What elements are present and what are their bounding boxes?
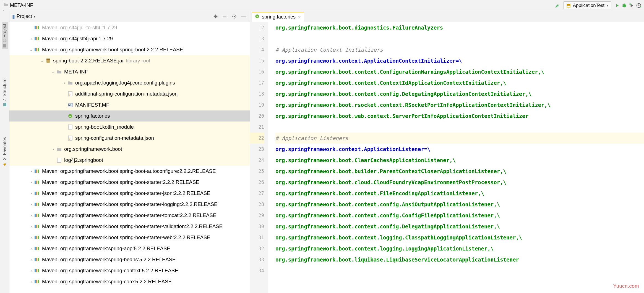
editor-body[interactable]: 1213141516171819202122232425262728293031… — [250, 22, 644, 293]
svg-rect-40 — [38, 225, 39, 228]
tree-node[interactable]: ›Maven: org.slf4j:slf4j-api:1.7.29 — [9, 33, 250, 44]
code-line[interactable]: org.springframework.boot.liquibase.Liqui… — [275, 254, 644, 265]
code-line[interactable]: org.springframework.context.ApplicationC… — [275, 55, 644, 66]
chevron-right-icon[interactable]: › — [29, 169, 34, 173]
tree-node[interactable]: ›Maven: org.springframework:spring-conte… — [9, 265, 250, 276]
svg-rect-45 — [36, 247, 37, 250]
code-line[interactable]: org.springframework.boot.context.config.… — [275, 221, 644, 232]
chevron-down-icon: ▾ — [607, 4, 608, 7]
code-line[interactable]: org.springframework.boot.context.Configu… — [275, 66, 644, 77]
gutter-line: 33 — [250, 254, 264, 265]
breadcrumb-item[interactable]: META-INF — [2, 2, 84, 9]
code-line[interactable]: org.springframework.boot.context.logging… — [275, 232, 644, 243]
gutter-line: 13 — [250, 33, 264, 44]
run-with-coverage-icon[interactable] — [628, 2, 635, 9]
code-line[interactable]: org.springframework.boot.cloud.CloudFoun… — [275, 177, 644, 188]
code-line[interactable]: org.springframework.boot.context.config.… — [275, 88, 644, 99]
svg-rect-42 — [36, 236, 37, 239]
project-tree[interactable]: Maven: org.slf4j:jul-to-slf4j:1.7.29›Mav… — [9, 22, 250, 293]
project-tool-icon — [3, 44, 6, 47]
tool-tab-structure[interactable]: 7: Structure — [2, 77, 8, 108]
tree-node[interactable]: Maven: org.slf4j:jul-to-slf4j:1.7.29 — [9, 22, 250, 33]
tree-node[interactable]: log4j2.springboot — [9, 155, 250, 166]
gutter-line: 32 — [250, 243, 264, 254]
run-anything-icon[interactable] — [635, 2, 642, 9]
tree-node[interactable]: ›org.springframework.boot — [9, 144, 250, 155]
debug-icon[interactable] — [621, 2, 628, 9]
code-line[interactable]: org.springframework.context.ApplicationL… — [275, 144, 644, 155]
file-icon — [56, 157, 62, 163]
chevron-right-icon[interactable]: › — [29, 191, 34, 196]
chevron-right-icon[interactable]: › — [62, 81, 67, 85]
tree-node[interactable]: {}additional-spring-configuration-metada… — [9, 88, 250, 99]
code-line[interactable]: org.springframework.boot.rsocket.context… — [275, 99, 644, 110]
project-view-selector[interactable]: ▮ Project ▾ — [12, 14, 35, 20]
code-line[interactable]: org.springframework.boot.builder.ParentC… — [275, 166, 644, 177]
chevron-right-icon[interactable]: › — [51, 147, 56, 151]
tree-node[interactable]: ⌄spring-boot-2.2.2.RELEASE.jarlibrary ro… — [9, 55, 250, 66]
tool-tab-project[interactable]: 1: Project — [2, 22, 8, 49]
chevron-right-icon[interactable]: › — [29, 202, 34, 207]
code-line[interactable]: org.springframework.boot.diagnostics.Fai… — [275, 22, 644, 33]
code-line[interactable] — [275, 33, 644, 44]
tree-node[interactable]: spring-boot.kotlin_module — [9, 122, 250, 133]
editor-code[interactable]: org.springframework.boot.diagnostics.Fai… — [268, 22, 644, 293]
tree-node[interactable]: ›Maven: org.springframework:spring-aop:5… — [9, 243, 250, 254]
chevron-right-icon[interactable]: › — [29, 246, 34, 251]
tree-node[interactable]: ›Maven: org.springframework.boot:spring-… — [9, 177, 250, 188]
tree-node[interactable]: ›Maven: org.springframework.boot:spring-… — [9, 166, 250, 177]
left-tool-strip: 1: Project 7: Structure ★ 2: Favorites — [0, 11, 9, 293]
code-line[interactable]: org.springframework.boot.context.config.… — [275, 210, 644, 221]
chevron-right-icon[interactable]: › — [29, 180, 34, 184]
chevron-right-icon[interactable]: › — [29, 235, 34, 240]
chevron-right-icon[interactable]: › — [29, 268, 34, 273]
code-line[interactable]: org.springframework.boot.context.Context… — [275, 77, 644, 88]
code-line[interactable]: org.springframework.boot.context.FileEnc… — [275, 188, 644, 199]
chevron-down-icon: ▾ — [34, 15, 35, 19]
tree-node[interactable]: ›Maven: org.springframework:spring-core:… — [9, 276, 250, 287]
tree-node[interactable]: ›Maven: org.springframework:spring-beans… — [9, 254, 250, 265]
project-view-label: Project — [17, 14, 32, 19]
run-icon[interactable] — [614, 2, 621, 9]
code-line[interactable]: # Application Listeners — [275, 133, 644, 144]
code-line[interactable]: org.springframework.boot.context.logging… — [275, 243, 644, 254]
hide-icon[interactable]: — — [240, 13, 247, 20]
tree-node[interactable]: ›Maven: org.springframework.boot:spring-… — [9, 221, 250, 232]
run-configuration-dropdown[interactable]: ⬒ ApplicationTest ▾ — [563, 1, 611, 9]
code-line[interactable] — [275, 265, 644, 276]
chevron-down-icon[interactable]: ⌄ — [29, 47, 34, 52]
tree-node[interactable]: ›Maven: org.springframework.boot:spring-… — [9, 232, 250, 243]
code-line[interactable]: # Application Context Initializers — [275, 44, 644, 55]
code-line[interactable]: org.springframework.boot.ClearCachesAppl… — [275, 155, 644, 166]
tree-node[interactable]: ⌄Maven: org.springframework.boot:spring-… — [9, 44, 250, 55]
code-line[interactable] — [275, 122, 644, 133]
close-icon[interactable]: ✕ — [298, 15, 301, 19]
build-icon[interactable] — [554, 2, 561, 9]
chevron-right-icon[interactable]: › — [29, 257, 34, 262]
code-line[interactable]: org.springframework.boot.web.context.Ser… — [275, 110, 644, 122]
chevron-right-icon[interactable]: › — [29, 213, 34, 218]
chevron-down-icon[interactable]: ⌄ — [51, 70, 56, 74]
lib-icon — [34, 213, 40, 218]
chevron-right-icon[interactable]: › — [29, 36, 34, 41]
tree-node[interactable]: ›Maven: org.springframework.boot:spring-… — [9, 199, 250, 210]
svg-rect-25 — [38, 170, 39, 173]
tree-node[interactable]: ›org.apache.logging.log4j.core.config.pl… — [9, 77, 250, 88]
tree-node[interactable]: {}spring-configuration-metadata.json — [9, 133, 250, 144]
tree-node[interactable]: spring.factories — [9, 110, 250, 122]
locate-icon[interactable]: ✥ — [212, 13, 219, 20]
editor-tab-spring-factories[interactable]: spring.factories ✕ — [252, 12, 304, 22]
chevron-down-icon[interactable]: ⌄ — [40, 59, 45, 63]
gear-icon[interactable] — [231, 13, 238, 20]
code-line[interactable]: org.springframework.boot.context.config.… — [275, 199, 644, 210]
svg-rect-29 — [35, 192, 36, 195]
svg-rect-10 — [38, 37, 39, 40]
tree-node[interactable]: MFMANIFEST.MF — [9, 99, 250, 110]
tree-node[interactable]: ⌄META-INF — [9, 66, 250, 77]
collapse-all-icon[interactable] — [221, 13, 228, 20]
tree-node[interactable]: ›Maven: org.springframework.boot:spring-… — [9, 210, 250, 221]
tool-tab-favorites[interactable]: ★ 2: Favorites — [1, 135, 8, 169]
chevron-right-icon[interactable]: › — [29, 279, 34, 284]
chevron-right-icon[interactable]: › — [29, 224, 34, 229]
tree-node[interactable]: ›Maven: org.springframework.boot:spring-… — [9, 188, 250, 199]
